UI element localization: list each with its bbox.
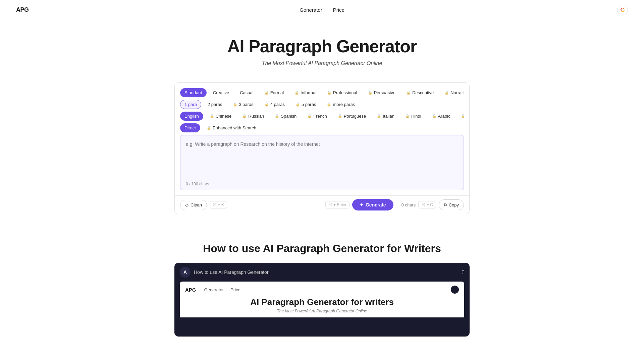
tone-casual[interactable]: Casual <box>235 88 258 97</box>
video-inner-dot <box>451 286 459 294</box>
para-1[interactable]: 1 para <box>180 100 201 109</box>
para-2[interactable]: 2 paras <box>203 100 226 109</box>
lock-icon: 🔒 <box>368 90 373 95</box>
lang-arabic[interactable]: 🔒Arabic <box>428 112 455 121</box>
clean-kbd-hint: ⌘ + K <box>210 201 227 208</box>
tone-narrative[interactable]: 🔒Narrative <box>440 88 464 97</box>
main-card: Standard Creative Casual 🔒Formal 🔒Inform… <box>174 82 470 214</box>
lang-english[interactable]: English <box>180 112 203 121</box>
card-inner: Standard Creative Casual 🔒Formal 🔒Inform… <box>175 83 469 195</box>
copy-kbd-hint: ⌘ + C <box>418 201 436 208</box>
copy-label: Copy <box>449 202 459 207</box>
lock-icon: 🔒 <box>207 126 211 130</box>
generate-sparkle-icon: ✦ <box>360 202 364 207</box>
para-3[interactable]: 🔒3 paras <box>228 100 258 109</box>
lock-icon: 🔒 <box>264 102 269 107</box>
language-row: English 🔒Chinese 🔒Russian 🔒Spanish 🔒Fren… <box>180 112 464 121</box>
lang-portuguese[interactable]: 🔒Portuguese <box>333 112 371 121</box>
nav-link-generator[interactable]: Generator <box>300 7 322 13</box>
lock-icon: 🔒 <box>461 114 464 118</box>
lock-icon: 🔒 <box>377 114 381 118</box>
lock-icon: 🔒 <box>210 114 214 118</box>
video-top-bar: A How to use AI Paragraph Generator ⤴ <box>174 263 470 282</box>
clean-label: Clean <box>191 202 202 207</box>
lang-indonesian[interactable]: 🔒Indonesian <box>457 112 464 121</box>
page-subtitle: The Most Powerful AI Paragraph Generator… <box>8 60 636 66</box>
lang-spanish[interactable]: 🔒Spanish <box>270 112 301 121</box>
video-inner-screen: APG Generator Price AI Paragraph Generat… <box>180 282 464 317</box>
google-g-icon: G <box>620 7 625 13</box>
navbar: APG Generator Price G <box>0 0 644 20</box>
share-icon[interactable]: ⤴ <box>461 269 464 276</box>
video-inner-title: AI Paragraph Generator for writers <box>185 297 459 307</box>
nav-logo[interactable]: APG <box>16 6 29 13</box>
video-inner-logo: APG <box>185 287 196 293</box>
tone-row: Standard Creative Casual 🔒Formal 🔒Inform… <box>180 88 464 97</box>
lock-icon: 🔒 <box>406 90 411 95</box>
output-char-count: 0 chars <box>401 202 416 207</box>
lock-icon: 🔒 <box>294 90 299 95</box>
lock-icon: 🔒 <box>307 114 312 118</box>
tone-descriptive[interactable]: 🔒Descriptive <box>402 88 438 97</box>
char-count: 0 / 100 chars <box>180 180 464 190</box>
tone-professional[interactable]: 🔒Professional <box>323 88 362 97</box>
video-inner-nav: APG Generator Price <box>185 286 459 294</box>
copy-icon: ⧉ <box>444 202 447 207</box>
nav-links: Generator Price <box>300 7 344 13</box>
para-5[interactable]: 🔒5 paras <box>291 100 320 109</box>
bottom-bar: ◇ Clean ⌘ + K ⌘ + Enter ✦ Generate 0 cha… <box>175 195 469 214</box>
lock-icon: 🔒 <box>405 114 410 118</box>
lock-icon: 🔒 <box>264 90 269 95</box>
video-thumbnail[interactable]: A How to use AI Paragraph Generator ⤴ AP… <box>174 263 470 337</box>
clean-icon: ◇ <box>185 202 189 207</box>
para-more[interactable]: 🔒more paras <box>322 100 359 109</box>
tone-persuasive[interactable]: 🔒Persuasive <box>364 88 400 97</box>
video-inner-link-price: Price <box>230 287 240 292</box>
tone-informal[interactable]: 🔒Informal <box>290 88 321 97</box>
mode-direct[interactable]: Direct <box>180 123 200 132</box>
video-avatar: A <box>180 267 191 278</box>
prompt-input[interactable] <box>180 135 464 179</box>
para-row: 1 para 2 paras 🔒3 paras 🔒4 paras 🔒5 para… <box>180 100 464 109</box>
lock-icon: 🔒 <box>242 114 247 118</box>
copy-button[interactable]: ⧉ Copy <box>439 199 464 210</box>
mode-enhanced[interactable]: 🔒Enhanced with Search <box>202 123 261 132</box>
howto-section: How to use AI Paragraph Generator for Wr… <box>0 222 644 337</box>
video-inner-link-generator: Generator <box>204 287 224 292</box>
lang-french[interactable]: 🔒French <box>303 112 331 121</box>
lock-icon: 🔒 <box>275 114 279 118</box>
lang-italian[interactable]: 🔒Italian <box>372 112 399 121</box>
lock-icon: 🔒 <box>327 102 331 107</box>
howto-title: How to use AI Paragraph Generator for Wr… <box>8 242 636 255</box>
google-sign-in-button[interactable]: G <box>617 5 628 15</box>
lang-chinese[interactable]: 🔒Chinese <box>205 112 236 121</box>
nav-right: G <box>617 5 628 15</box>
tone-standard[interactable]: Standard <box>180 88 207 97</box>
lock-icon: 🔒 <box>327 90 332 95</box>
video-title-text: How to use AI Paragraph Generator <box>194 269 269 275</box>
page-title: AI Paragraph Generator <box>8 36 636 56</box>
tone-creative[interactable]: Creative <box>209 88 233 97</box>
input-wrapper: 0 / 100 chars <box>180 135 464 190</box>
nav-link-price[interactable]: Price <box>333 7 344 13</box>
para-4[interactable]: 🔒4 paras <box>260 100 289 109</box>
video-inner-subtitle: The Most Powerful AI Paragraph Generator… <box>185 309 459 313</box>
lang-hindi[interactable]: 🔒Hindi <box>401 112 426 121</box>
lock-icon: 🔒 <box>296 102 300 107</box>
tone-formal[interactable]: 🔒Formal <box>260 88 288 97</box>
lock-icon: 🔒 <box>338 114 342 118</box>
hero-section: AI Paragraph Generator The Most Powerful… <box>0 20 644 74</box>
lang-russian[interactable]: 🔒Russian <box>238 112 268 121</box>
clean-button[interactable]: ◇ Clean <box>180 200 207 210</box>
lock-icon: 🔒 <box>233 102 237 107</box>
mode-row: Direct 🔒Enhanced with Search <box>180 123 464 132</box>
generate-kbd-hint: ⌘ + Enter <box>325 201 350 208</box>
generate-label: Generate <box>366 202 386 207</box>
lock-icon: 🔒 <box>444 90 449 95</box>
video-inner-links: Generator Price <box>204 287 240 292</box>
generate-button[interactable]: ✦ Generate <box>352 199 393 210</box>
lock-icon: 🔒 <box>432 114 437 118</box>
